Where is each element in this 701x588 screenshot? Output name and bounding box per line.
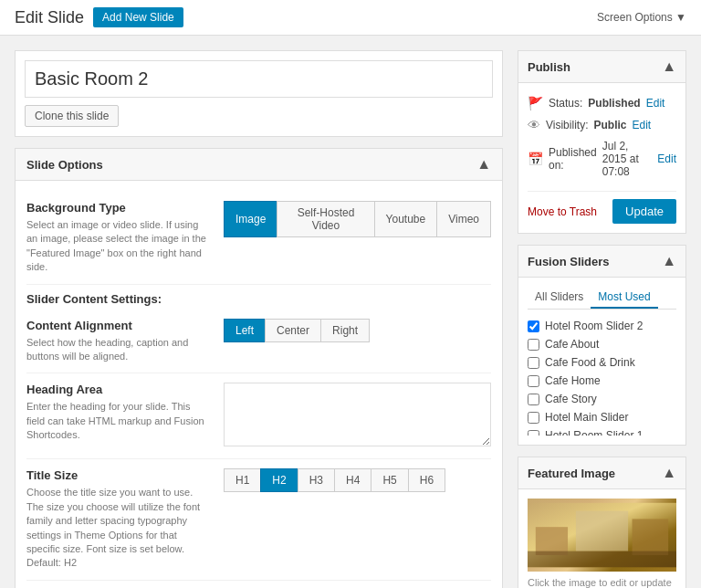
heading-area-control xyxy=(224,383,491,449)
published-on-row: 📅 Published on: Jul 2, 2015 at 07:08 Edi… xyxy=(528,136,676,182)
bg-type-vimeo-button[interactable]: Vimeo xyxy=(436,201,491,237)
main-content: Clone this slide Slide Options ▲ Backgro… xyxy=(15,50,503,588)
slider-label-3: Cafe Food & Drink xyxy=(545,356,635,369)
heading-font-size-row: Heading Font Size Enter heading font siz… xyxy=(26,581,491,588)
publish-panel-body: 🚩 Status: Published Edit 👁 Visibility: P… xyxy=(518,83,685,233)
svg-rect-4 xyxy=(528,551,676,568)
background-type-row: Background Type Select an image or video… xyxy=(26,192,491,285)
slider-checkbox-7[interactable] xyxy=(528,430,539,436)
post-title-area: Clone this slide xyxy=(15,50,503,137)
published-on-edit-link[interactable]: Edit xyxy=(657,152,676,165)
status-row: 🚩 Status: Published Edit xyxy=(528,92,676,114)
bg-type-youtube-button[interactable]: Youtube xyxy=(374,201,437,237)
published-on-label: Published on: xyxy=(549,146,597,172)
svg-rect-2 xyxy=(536,527,568,555)
slider-content-label: Slider Content Settings: xyxy=(26,285,491,310)
title-h1-button[interactable]: H1 xyxy=(224,468,260,492)
all-sliders-tab[interactable]: All Sliders xyxy=(528,287,591,309)
title-size-buttons: H1 H2 H3 H4 H5 H6 xyxy=(224,468,491,492)
flag-icon: 🚩 xyxy=(528,96,543,110)
screen-options-button[interactable]: Screen Options ▼ xyxy=(597,11,686,24)
fusion-sliders-toggle[interactable]: ▲ xyxy=(662,253,676,269)
add-new-slide-button[interactable]: Add New Slide xyxy=(93,7,183,27)
slider-label-6: Hotel Main Slider xyxy=(545,411,628,424)
title-size-label: Title Size Choose the title size you wan… xyxy=(26,468,209,570)
featured-image-preview[interactable] xyxy=(528,499,676,572)
move-to-trash-link[interactable]: Move to Trash xyxy=(528,205,597,218)
title-h3-button[interactable]: H3 xyxy=(298,468,334,492)
top-bar-left: Edit Slide Add New Slide xyxy=(15,7,183,27)
svg-rect-1 xyxy=(576,511,628,551)
fusion-sliders-body: All Sliders Most Used Hotel Room Slider … xyxy=(518,278,685,445)
heading-textarea[interactable] xyxy=(224,383,491,446)
most-used-tab[interactable]: Most Used xyxy=(591,287,657,309)
svg-rect-3 xyxy=(633,519,669,555)
slider-checkbox-5[interactable] xyxy=(528,394,539,405)
featured-image-header: Featured Image ▲ xyxy=(518,457,685,489)
align-center-button[interactable]: Center xyxy=(265,319,320,342)
alignment-buttons: Left Center Right xyxy=(224,319,491,342)
slider-checkbox-2[interactable] xyxy=(528,339,539,351)
list-item: Cafe Story xyxy=(528,390,676,408)
main-layout: Clone this slide Slide Options ▲ Backgro… xyxy=(0,36,701,588)
slide-options-body: Background Type Select an image or video… xyxy=(16,181,502,588)
visibility-label: Visibility: xyxy=(546,119,588,131)
align-right-button[interactable]: Right xyxy=(320,319,370,342)
publish-actions: Move to Trash Update xyxy=(528,191,676,224)
top-bar: Edit Slide Add New Slide Screen Options … xyxy=(0,0,701,36)
update-button[interactable]: Update xyxy=(612,199,676,224)
featured-image-panel: Featured Image ▲ xyxy=(518,457,686,588)
slide-options-header: Slide Options ▲ xyxy=(16,149,502,181)
title-size-control: H1 H2 H3 H4 H5 H6 xyxy=(224,468,491,492)
sidebar: Publish ▲ 🚩 Status: Published Edit 👁 Vis… xyxy=(518,50,686,588)
publish-panel: Publish ▲ 🚩 Status: Published Edit 👁 Vis… xyxy=(518,50,686,234)
list-item: Cafe About xyxy=(528,335,676,353)
title-size-row: Title Size Choose the title size you wan… xyxy=(26,459,491,580)
slide-options-toggle[interactable]: ▲ xyxy=(476,156,491,173)
slider-checkbox-6[interactable] xyxy=(528,412,539,424)
background-type-control: Image Self-Hosted Video Youtube Vimeo xyxy=(224,201,491,237)
heading-area-row: Heading Area Enter the heading for your … xyxy=(26,373,491,459)
slider-label-5: Cafe Story xyxy=(545,393,597,405)
status-label: Status: xyxy=(549,97,582,110)
title-h6-button[interactable]: H6 xyxy=(408,468,445,492)
featured-image-svg xyxy=(528,499,676,572)
list-item: Hotel Main Slider xyxy=(528,408,676,426)
fusion-sliders-title: Fusion Sliders xyxy=(528,255,610,268)
featured-image-title: Featured Image xyxy=(528,467,615,480)
slider-checkbox-3[interactable] xyxy=(528,357,539,369)
slider-checkbox-4[interactable] xyxy=(528,375,539,387)
list-item: Hotel Room Slider 1 xyxy=(528,426,676,436)
title-h2-button[interactable]: H2 xyxy=(260,468,297,492)
calendar-icon: 📅 xyxy=(528,152,543,166)
visibility-row: 👁 Visibility: Public Edit xyxy=(528,114,676,136)
align-left-button[interactable]: Left xyxy=(224,319,265,342)
visibility-edit-link[interactable]: Edit xyxy=(632,119,651,131)
publish-panel-header: Publish ▲ xyxy=(518,51,685,83)
bg-type-selfhosted-button[interactable]: Self-Hosted Video xyxy=(277,201,373,237)
content-alignment-control: Left Center Right xyxy=(224,319,491,342)
slider-list: Hotel Room Slider 2 Cafe About Cafe Food… xyxy=(528,317,676,436)
publish-panel-title: Publish xyxy=(528,60,570,74)
fusion-sliders-panel: Fusion Sliders ▲ All Sliders Most Used H… xyxy=(518,245,686,446)
content-alignment-row: Content Alignment Select how the heading… xyxy=(26,310,491,374)
fusion-sliders-header: Fusion Sliders ▲ xyxy=(518,246,685,278)
list-item: Cafe Food & Drink xyxy=(528,353,676,372)
page-title: Edit Slide xyxy=(15,8,84,27)
bg-type-image-button[interactable]: Image xyxy=(224,201,277,237)
visibility-value: Public xyxy=(593,119,626,131)
slider-label-1: Hotel Room Slider 2 xyxy=(545,320,643,332)
publish-panel-toggle[interactable]: ▲ xyxy=(662,58,676,75)
featured-image-toggle[interactable]: ▲ xyxy=(662,465,676,481)
background-type-label: Background Type Select an image or video… xyxy=(26,201,209,275)
status-value: Published xyxy=(588,97,640,110)
slider-checkbox-1[interactable] xyxy=(528,320,539,332)
post-title-input[interactable] xyxy=(25,60,493,98)
title-h4-button[interactable]: H4 xyxy=(334,468,371,492)
status-edit-link[interactable]: Edit xyxy=(646,97,665,110)
clone-slide-button[interactable]: Clone this slide xyxy=(25,105,119,127)
slide-options-title: Slide Options xyxy=(26,158,103,172)
slider-label-2: Cafe About xyxy=(545,338,599,351)
featured-image-body: Click the image to edit or update Remove… xyxy=(518,489,685,588)
title-h5-button[interactable]: H5 xyxy=(371,468,407,492)
